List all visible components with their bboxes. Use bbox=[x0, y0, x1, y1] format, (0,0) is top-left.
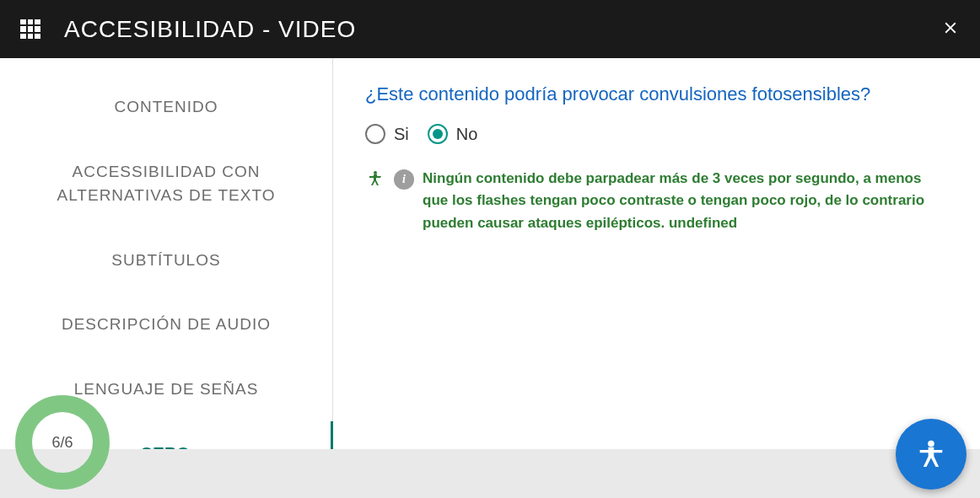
help-text: Ningún contenido debe parpadear más de 3… bbox=[423, 168, 929, 234]
info-icon[interactable]: i bbox=[394, 169, 414, 190]
header-bar: ACCESIBILIDAD - VIDEO bbox=[0, 0, 980, 58]
progress-badge: 6/6 bbox=[13, 394, 111, 491]
radio-circle-si bbox=[365, 124, 385, 144]
svg-point-0 bbox=[374, 171, 377, 174]
help-row: i Ningún contenido debe parpadear más de… bbox=[365, 168, 948, 234]
accessibility-fab[interactable] bbox=[896, 419, 967, 490]
radio-label-si: Si bbox=[394, 125, 409, 144]
apps-icon[interactable] bbox=[20, 19, 40, 40]
radio-option-no[interactable]: No bbox=[428, 124, 478, 144]
close-icon[interactable] bbox=[941, 19, 960, 40]
footer-bar bbox=[0, 449, 980, 498]
main-panel: ¿Este contenido podría provocar convulsi… bbox=[333, 58, 980, 498]
progress-label: 6/6 bbox=[51, 434, 73, 452]
content-area: CONTENIDO ACCESSIBILIDAD CON ALTERNATIVA… bbox=[0, 58, 980, 498]
question-text: ¿Este contenido podría provocar convulsi… bbox=[365, 83, 948, 105]
page-title: ACCESIBILIDAD - VIDEO bbox=[64, 16, 356, 43]
sidebar-item-alternativas[interactable]: ACCESSIBILIDAD CON ALTERNATIVAS DE TEXTO bbox=[0, 140, 332, 228]
radio-option-si[interactable]: Si bbox=[365, 124, 409, 144]
radio-label-no: No bbox=[456, 125, 478, 144]
sidebar-item-audio[interactable]: DESCRIPCIÓN DE AUDIO bbox=[0, 292, 332, 357]
svg-point-3 bbox=[928, 441, 934, 447]
sidebar-item-subtitulos[interactable]: SUBTÍTULOS bbox=[0, 228, 332, 293]
radio-circle-no bbox=[428, 124, 448, 144]
sidebar-item-contenido[interactable]: CONTENIDO bbox=[0, 75, 332, 140]
accessibility-icon bbox=[365, 169, 385, 193]
radio-group: Si No bbox=[365, 124, 948, 144]
